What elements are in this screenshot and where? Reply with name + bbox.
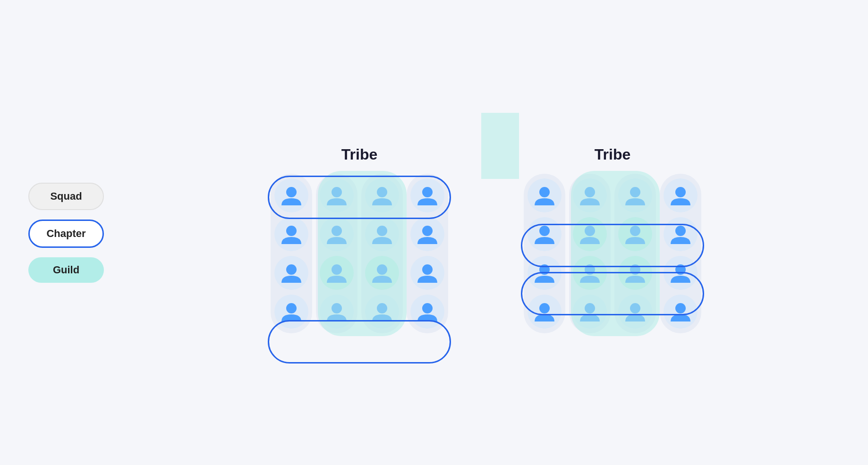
tribe1-block: Tribe — [271, 146, 448, 333]
tribe2-title: Tribe — [595, 146, 630, 163]
legend: Squad Chapter Guild — [28, 183, 104, 283]
svg-point-13 — [422, 226, 433, 236]
svg-point-15 — [422, 303, 433, 313]
avatar — [410, 178, 444, 212]
tribe1-squad1 — [271, 174, 312, 333]
svg-point-11 — [377, 303, 387, 313]
guild-bridge-svg — [481, 75, 519, 217]
svg-point-10 — [377, 264, 387, 275]
tribe2-squads-row — [524, 174, 701, 333]
avatar — [664, 178, 698, 212]
avatar — [528, 217, 562, 251]
svg-point-0 — [286, 187, 297, 197]
avatar — [320, 295, 354, 329]
legend-squad-label: Squad — [50, 190, 82, 203]
avatar — [664, 256, 698, 290]
tribe2-squad3 — [614, 174, 656, 333]
svg-point-8 — [377, 187, 387, 197]
avatar-guild — [320, 256, 354, 290]
svg-point-24 — [585, 303, 595, 313]
svg-point-26 — [630, 226, 640, 236]
page-container: Squad Chapter Guild Tribe — [0, 0, 868, 465]
avatar — [528, 256, 562, 290]
svg-point-21 — [585, 187, 595, 197]
svg-point-18 — [539, 226, 550, 236]
avatar — [365, 217, 399, 251]
tribe2-grid — [524, 174, 701, 333]
diagrams-container: Tribe — [271, 146, 701, 333]
avatar — [528, 178, 562, 212]
avatar — [573, 295, 607, 329]
tribe1-grid — [271, 174, 448, 333]
svg-point-25 — [630, 187, 640, 197]
avatar — [573, 178, 607, 212]
avatar-guild — [618, 256, 652, 290]
legend-guild-label: Guild — [53, 264, 79, 276]
svg-point-6 — [332, 264, 342, 275]
svg-point-12 — [422, 187, 433, 197]
svg-point-22 — [585, 226, 595, 236]
tribe1-squad4 — [407, 174, 448, 333]
tribe1-squad3 — [361, 174, 403, 333]
svg-rect-16 — [481, 113, 519, 179]
avatar — [618, 295, 652, 329]
svg-point-28 — [630, 303, 640, 313]
avatar — [618, 178, 652, 212]
legend-chapter: Chapter — [28, 220, 104, 248]
svg-point-3 — [286, 303, 297, 313]
tribe2-squad4 — [660, 174, 701, 333]
avatar — [274, 295, 308, 329]
avatar-guild — [573, 217, 607, 251]
avatar — [410, 295, 444, 329]
tribe1-squad2 — [316, 174, 357, 333]
avatar — [410, 256, 444, 290]
svg-point-2 — [286, 264, 297, 275]
legend-guild: Guild — [28, 257, 104, 283]
legend-squad: Squad — [28, 183, 104, 210]
svg-point-32 — [675, 303, 686, 313]
svg-point-9 — [377, 226, 387, 236]
svg-point-7 — [332, 303, 342, 313]
avatar — [274, 217, 308, 251]
tribe2-squad2 — [569, 174, 611, 333]
avatar — [274, 256, 308, 290]
legend-chapter-label: Chapter — [46, 228, 85, 240]
svg-point-31 — [675, 264, 686, 275]
svg-point-27 — [630, 264, 640, 275]
svg-point-23 — [585, 264, 595, 275]
svg-point-30 — [675, 226, 686, 236]
tribe1-squads-row — [271, 174, 448, 333]
svg-point-1 — [286, 226, 297, 236]
avatar — [664, 295, 698, 329]
svg-point-14 — [422, 264, 433, 275]
svg-point-19 — [539, 264, 550, 275]
avatar — [664, 217, 698, 251]
svg-point-17 — [539, 187, 550, 197]
tribe2-block: Tribe — [524, 146, 701, 333]
svg-point-29 — [675, 187, 686, 197]
avatar — [410, 217, 444, 251]
tribe2-squad1 — [524, 174, 565, 333]
tribe1-title: Tribe — [341, 146, 377, 163]
avatar — [365, 178, 399, 212]
avatar-guild — [573, 256, 607, 290]
avatar — [320, 217, 354, 251]
avatar — [528, 295, 562, 329]
avatar — [320, 178, 354, 212]
avatar — [274, 178, 308, 212]
svg-point-5 — [332, 226, 342, 236]
svg-point-4 — [332, 187, 342, 197]
avatar-guild — [618, 217, 652, 251]
avatar — [365, 295, 399, 329]
svg-point-20 — [539, 303, 550, 313]
avatar-guild — [365, 256, 399, 290]
